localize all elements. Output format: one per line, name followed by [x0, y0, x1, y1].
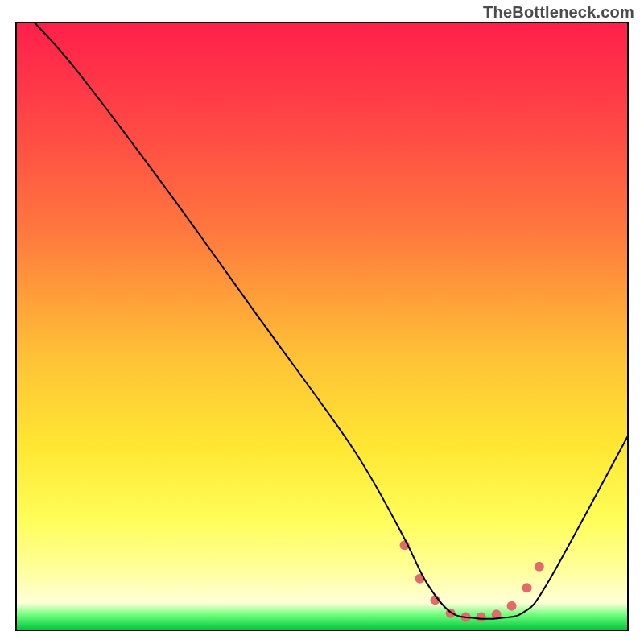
optimal-dot [477, 612, 486, 621]
chart-svg [0, 0, 644, 644]
optimal-dot [522, 583, 532, 592]
attribution-label: TheBottleneck.com [483, 3, 634, 22]
optimal-dot [535, 562, 544, 572]
bottleneck-chart: TheBottleneck.com [0, 0, 644, 644]
gradient-rect [16, 23, 628, 630]
plot-area [16, 23, 628, 630]
optimal-dot [507, 601, 517, 611]
